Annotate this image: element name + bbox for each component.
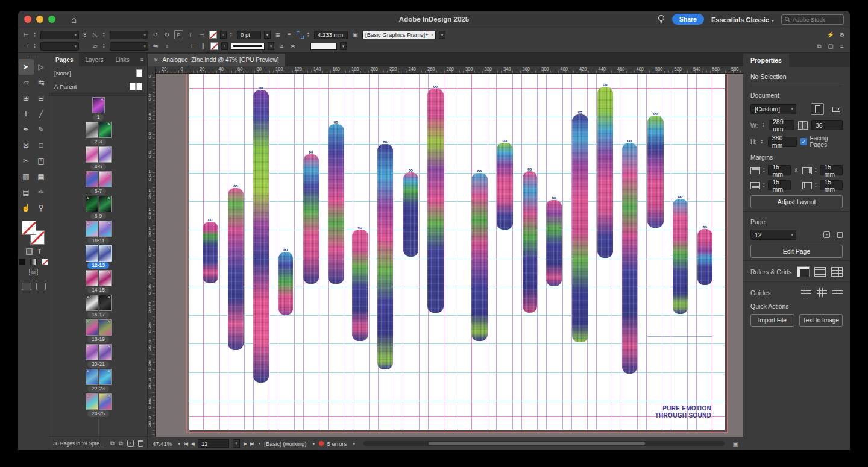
normal-screen-mode-button[interactable] (22, 283, 31, 290)
artwork-bar[interactable]: ∞ (203, 222, 218, 283)
type-tool[interactable]: T (19, 106, 34, 122)
spread-page-thumb[interactable]: A (99, 196, 112, 212)
spread-page-thumb[interactable]: A (86, 196, 98, 212)
flip-v-icon[interactable]: ↕ (163, 43, 171, 49)
hand-tool[interactable]: ☝ (19, 200, 34, 216)
spread-page-thumb[interactable]: A (99, 146, 112, 163)
margin-inside-stepper[interactable]: ▲▼ (814, 168, 817, 173)
spread-page-thumb[interactable]: A (99, 319, 112, 336)
spread-label[interactable]: 8-9 (90, 213, 106, 219)
spread-label[interactable]: 10-11 (87, 237, 108, 244)
apply-none-button[interactable] (42, 259, 48, 265)
dropdown-field[interactable]: ▾ (110, 42, 148, 51)
dropdown-field[interactable]: ▾ (40, 42, 79, 51)
lock-guides-icon[interactable] (817, 288, 827, 297)
artwork-bar[interactable]: ∞ (377, 144, 393, 369)
stepper[interactable]: ▲▼ (33, 32, 37, 37)
spread-thumbnail[interactable]: AA (86, 270, 112, 286)
margin-bottom-field[interactable]: 15 mm (768, 180, 791, 190)
page-spread-item[interactable]: AA6-7 (49, 171, 147, 195)
spread-thumbnail[interactable]: AA (86, 122, 112, 138)
ruler-origin-corner[interactable] (148, 66, 156, 74)
page-spread-item[interactable]: A1 (49, 97, 147, 121)
chevron-down-button[interactable]: ▾ (439, 31, 445, 39)
last-page-button[interactable]: ▶I (250, 441, 254, 447)
spread-label[interactable]: 24-25 (87, 410, 109, 417)
spread-page-thumb[interactable]: A (99, 270, 112, 286)
page-spread-item[interactable]: AA20-21 (49, 344, 147, 368)
spread-thumbnail[interactable]: AA (86, 393, 112, 410)
horizontal-scrollbar[interactable] (363, 441, 724, 446)
artwork-bar[interactable]: ∞ (673, 199, 688, 314)
document-tab[interactable]: ✕ Analogue_Zine.indd @ 47% [GPU Preview] (148, 54, 285, 66)
page-spread-item[interactable]: AA14-15 (49, 270, 147, 293)
spread-thumbnail[interactable]: AA (86, 344, 112, 360)
spread-page-thumb[interactable]: A (86, 369, 98, 385)
delete-page-button[interactable] (138, 440, 143, 447)
width-stepper[interactable]: ▲▼ (762, 122, 765, 128)
spread-page-thumb[interactable]: A (86, 295, 98, 311)
distribute-v-icon[interactable]: ∥ (199, 43, 207, 49)
content-placer-tool[interactable]: ⊟ (34, 90, 49, 106)
page-tool[interactable]: ▱ (19, 75, 34, 90)
spread-thumbnail[interactable]: AA (86, 369, 112, 385)
link-margins-icon[interactable]: ∞ (793, 167, 800, 174)
stepper[interactable]: ▲▼ (102, 43, 107, 49)
import-file-button[interactable]: Import File (750, 314, 794, 327)
smart-guides-icon[interactable] (832, 288, 843, 297)
artwork-bar[interactable]: ∞ (427, 89, 444, 313)
artwork-bar[interactable]: ∞ (352, 230, 368, 341)
preflight-profile[interactable]: [Basic] (working) (264, 440, 306, 447)
spread-thumbnail[interactable]: AA (86, 319, 112, 336)
spread-thumbnail[interactable]: AA (86, 146, 112, 163)
margin-top-field[interactable]: 15 mm (768, 165, 791, 175)
dropdown-field[interactable]: [Basic Graphics Frame]+▾ (362, 31, 436, 39)
margin-top-stepper[interactable]: ▲▼ (763, 168, 766, 173)
rotate-ccw-icon[interactable]: ↺ (151, 32, 160, 38)
rotate-cw-icon[interactable]: ↻ (163, 32, 171, 38)
home-icon[interactable]: ⌂ (71, 15, 77, 24)
spread-label[interactable]: 16-17 (87, 312, 109, 318)
pages-count-field[interactable]: 36 (811, 120, 843, 130)
scissors-tool[interactable]: ✂ (19, 153, 34, 169)
page-number-field[interactable]: 12 (198, 439, 229, 448)
tab-pages[interactable]: Pages (49, 53, 79, 66)
chevron-down-button[interactable]: ▾ (268, 42, 274, 50)
note-tool[interactable]: ▤ (19, 184, 34, 200)
page-spread-item[interactable]: AA4-5 (49, 146, 147, 170)
shear-y-icon[interactable]: ▱ (91, 43, 99, 49)
fill-stroke-proxy[interactable] (22, 221, 46, 245)
spread-page-thumb[interactable]: A (86, 344, 98, 360)
spread-label[interactable]: 6-7 (90, 188, 106, 195)
close-document-icon[interactable]: ✕ (154, 57, 159, 63)
document-preset-dropdown[interactable]: [Custom] ▾ (750, 104, 796, 114)
previous-page-button[interactable]: ◀ (191, 441, 194, 447)
align-left-paragraph-icon[interactable]: ≣ (274, 32, 282, 38)
spread-page-thumb[interactable]: A (86, 270, 98, 286)
workspace-switcher[interactable]: Essentials Classic▾ (711, 14, 774, 25)
margin-outside-stepper[interactable]: ▲▼ (814, 183, 817, 188)
zoom-window-button[interactable] (48, 16, 55, 23)
chevron-down-button[interactable]: ▾ (340, 42, 347, 50)
stepper[interactable]: ▲▼ (102, 32, 107, 37)
gradient-swatch-tool[interactable]: ▥ (19, 169, 34, 184)
y-location-icon[interactable]: ⊣ (22, 43, 30, 49)
spread-thumbnail[interactable]: AA (86, 221, 112, 237)
artwork-bar[interactable]: ∞ (647, 116, 664, 228)
align-top-icon[interactable]: ⊤ (186, 32, 195, 38)
master-item-none[interactable]: [None] (49, 66, 147, 80)
balance-columns-icon[interactable]: ≍ (289, 43, 297, 49)
scrollbar-thumb[interactable] (429, 442, 645, 445)
spread-label[interactable]: 4-5 (90, 163, 106, 170)
stepper[interactable]: ▲▼ (33, 43, 37, 49)
artwork-bar[interactable]: ∞ (546, 200, 562, 286)
spread-thumbnail[interactable]: AA (86, 171, 112, 187)
artwork-bar[interactable]: ∞ (303, 154, 319, 284)
facing-pages-checkbox[interactable]: ✓ (800, 138, 807, 145)
page-spread-item[interactable]: AA10-11 (49, 221, 147, 244)
show-guides-icon[interactable] (801, 288, 811, 297)
panel-grip[interactable]: ••••• (18, 55, 49, 59)
direct-selection-tool[interactable]: ▷ (34, 59, 49, 75)
page-dropdown[interactable]: 12 ▾ (750, 230, 796, 240)
zoom-level[interactable]: 47.41% (153, 440, 172, 447)
